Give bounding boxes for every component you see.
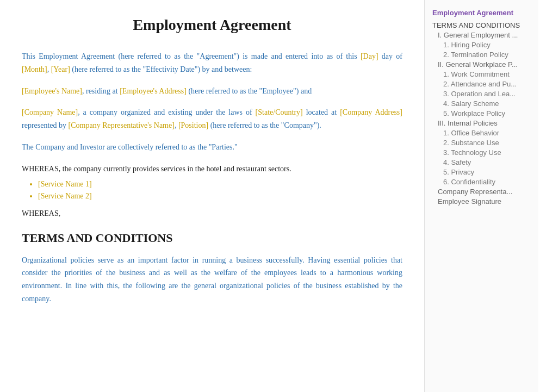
toc-item-technology[interactable]: 3. Technology Use [432,148,533,157]
intro-paragraph: This Employment Agreement (here referred… [22,50,402,76]
company-text-5: (here referred to as the "Company"). [208,121,321,129]
page-title: Employment Agreement [22,16,402,34]
service-name-1: [Service Name 1] [38,180,92,188]
toc-item-attendance[interactable]: 2. Attendance and Pu... [432,80,533,88]
toc-item-substance[interactable]: 2. Substance Use [432,139,533,147]
terms-section-title: TERMS AND CONDITIONS [22,231,402,245]
toc-item-safety[interactable]: 4. Safety [432,158,533,166]
position: [Position] [178,121,208,129]
toc-item-work-commit[interactable]: 1. Work Commitment [432,70,533,78]
service-item-2: [Service Name 2] [38,192,402,201]
employee-address: [Employee's Address] [120,87,187,95]
toc-item-office[interactable]: 1. Office Behavior [432,129,533,137]
emp-addr-prefix: , residing at [82,87,120,95]
service-name-2: [Service Name 2] [38,192,92,200]
day-placeholder: [Day] [361,52,378,60]
toc-item-operation[interactable]: 3. Operation and Lea... [432,90,533,98]
toc-item-salary[interactable]: 4. Salary Scheme [432,99,533,108]
parties-paragraph: The Company and Investor are collectivel… [22,141,402,154]
toc-item-company-rep[interactable]: Company Representa... [432,188,533,196]
toc-item-workplace[interactable]: 5. Workplace Policy [432,109,533,117]
toc-item-privacy[interactable]: 5. Privacy [432,168,533,176]
toc-items-container: TERMS AND CONDITIONSI. General Employmen… [432,21,533,206]
service-item-1: [Service Name 1] [38,180,402,189]
table-of-contents: Employment Agreement TERMS AND CONDITION… [424,0,538,392]
services-list: [Service Name 1] [Service Name 2] [22,180,402,201]
employee-name: [Employee's Name] [22,87,82,95]
toc-item-terms[interactable]: TERMS AND CONDITIONS [432,21,533,29]
intro-text-2: day of [378,52,402,60]
employee-paragraph: [Employee's Name], residing at [Employee… [22,85,402,98]
company-address: [Company Address] [340,108,402,116]
emp-addr-suffix: (here referred to as the "Employee") and [187,87,312,95]
company-text-2: located at [303,108,340,116]
toc-item-gen-wp[interactable]: II. General Workplace P... [432,60,533,69]
toc-item-gen-emp[interactable]: I. General Employment ... [432,31,533,39]
company-text-4: , [175,121,178,129]
state-country: [State/Country] [256,108,303,116]
toc-item-internal[interactable]: III. Internal Policies [432,119,533,127]
company-name: [Company Name] [22,108,78,116]
month-placeholder: [Month] [22,65,47,73]
toc-item-confidentiality[interactable]: 6. Confidentiality [432,178,533,186]
company-paragraph: [Company Name], a company organized and … [22,106,402,132]
whereas-paragraph-1: WHEREAS, the company currently provides … [22,163,402,176]
year-placeholder: [Year] [51,65,70,73]
toc-main-title[interactable]: Employment Agreement [432,9,533,17]
main-content: Employment Agreement This Employment Agr… [0,0,424,392]
company-text-1: , a company organized and existing under… [78,108,255,116]
toc-item-termination[interactable]: 2. Termination Policy [432,51,533,59]
intro-text-1: This Employment Agreement (here referred… [22,52,361,60]
whereas-paragraph-2: WHEREAS, [22,209,402,218]
company-text-3: represented by [22,121,69,129]
org-policies-text: Organizational policies serve as an impo… [22,254,402,306]
intro-text-3: , [47,65,51,73]
toc-item-emp-sig[interactable]: Employee Signature [432,197,533,206]
intro-text-4: (here referred to as the "Effectivity Da… [70,65,252,73]
toc-item-hiring[interactable]: 1. Hiring Policy [432,41,533,49]
company-rep-name: [Company Representative's Name] [69,121,175,129]
